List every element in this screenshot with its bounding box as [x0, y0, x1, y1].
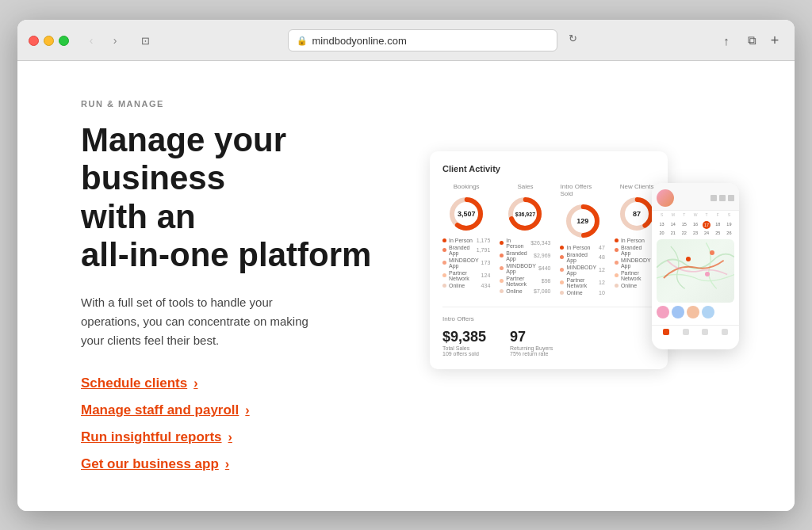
- mobile-nav-item[interactable]: [683, 329, 689, 335]
- calendar-grid: 13 14 15 16 17 18 19 20 21 22 23 24 25 2…: [652, 218, 739, 239]
- staff-avatar: [672, 306, 684, 318]
- legend-item: MINDBODY App173: [442, 257, 490, 269]
- staff-avatar: [657, 306, 669, 318]
- mobile-nav-item[interactable]: [702, 329, 708, 335]
- mobile-nav-item[interactable]: [722, 329, 728, 335]
- total-sales-metric: $9,385 Total Sales 109 offers sold: [442, 329, 486, 357]
- bookings-donut: 3,507: [446, 193, 487, 234]
- maximize-button[interactable]: [59, 36, 69, 46]
- links-list: Schedule clients › Manage staff and payr…: [81, 376, 382, 472]
- returning-buyers-label: Returning Buyers: [510, 345, 553, 351]
- reload-button[interactable]: ↻: [562, 29, 584, 47]
- browser-window: ‹ › ⊡ 🔒 mindbodyonline.com ↻ ↑ ⧉ + RUN &…: [17, 20, 795, 511]
- mobile-icon: [719, 195, 726, 201]
- dashboard-title: Client Activity: [442, 164, 655, 173]
- intro-offers-donut: 129: [562, 200, 603, 242]
- calendar-header: S M T W T F S: [652, 211, 739, 218]
- intro-offers-title: Intro Offers: [442, 315, 655, 322]
- tab-icon[interactable]: ⊡: [134, 32, 156, 49]
- schedule-clients-arrow: ›: [193, 376, 197, 391]
- map-pin: [705, 272, 710, 276]
- active-calendar-day[interactable]: 17: [703, 221, 710, 229]
- back-button[interactable]: ‹: [80, 32, 102, 49]
- intro-offers-value: 129: [576, 217, 588, 225]
- browser-chrome: ‹ › ⊡ 🔒 mindbodyonline.com ↻ ↑ ⧉ +: [17, 20, 795, 61]
- legend-item: Partner Network124: [442, 270, 490, 281]
- total-sales-value: $9,385: [442, 329, 486, 345]
- map-pin: [710, 250, 714, 255]
- business-app-label: Get our business app: [81, 456, 219, 472]
- map-area: [657, 239, 734, 303]
- sales-label: Sales: [517, 183, 533, 190]
- dashboard-card: Client Activity Bookings 3,507: [430, 151, 668, 369]
- page-content: RUN & MANAGE Manage your business with a…: [17, 61, 795, 511]
- share-button[interactable]: ↑: [715, 32, 737, 49]
- mobile-avatar: [657, 189, 674, 207]
- intro-offers-label: Intro Offers Sold: [560, 183, 604, 197]
- legend-item: MINDBODY App12: [560, 265, 604, 276]
- bookings-label: Bookings: [454, 183, 480, 190]
- staff-avatar: [687, 306, 699, 318]
- forward-button[interactable]: ›: [104, 32, 126, 49]
- business-app-link[interactable]: Get our business app ›: [81, 456, 382, 472]
- mobile-nav: [652, 325, 739, 338]
- legend-item: Partner Network$98: [500, 276, 550, 287]
- mobile-icon: [728, 195, 734, 201]
- legend-item: In Person$26,343: [500, 238, 550, 249]
- metrics-row: Bookings 3,507: [442, 183, 655, 296]
- nav-buttons: ‹ ›: [80, 32, 126, 49]
- legend-item: Online$7,080: [500, 288, 550, 294]
- schedule-clients-link[interactable]: Schedule clients ›: [81, 376, 382, 391]
- description-text: With a full set of tools to handle your …: [81, 293, 335, 350]
- address-bar[interactable]: 🔒 mindbodyonline.com: [288, 29, 557, 51]
- run-reports-link[interactable]: Run insightful reports ›: [81, 429, 382, 445]
- bookings-metric: Bookings 3,507: [442, 183, 490, 296]
- bookings-legend: In Person1,175 Branded App1,791 MINDBODY…: [442, 238, 490, 288]
- eyebrow-label: RUN & MANAGE: [81, 99, 382, 109]
- total-sales-sub: 109 offers sold: [442, 351, 486, 357]
- sales-donut: $36,927: [504, 193, 546, 234]
- url-text: mindbodyonline.com: [312, 35, 407, 47]
- intro-offers-metric: Intro Offers Sold 129: [560, 183, 604, 296]
- returning-buyers-metric: 97 Returning Buyers 75% return rate: [510, 329, 553, 357]
- legend-item: Online434: [442, 283, 490, 288]
- sales-value: $36,927: [515, 211, 535, 216]
- close-button[interactable]: [29, 36, 39, 46]
- legend-item: Partner Network12: [560, 277, 604, 288]
- content-wrapper: RUN & MANAGE Manage your business with a…: [17, 61, 795, 511]
- new-clients-value: 87: [633, 210, 641, 218]
- legend-item: Branded App48: [560, 252, 604, 263]
- returning-buyers-value: 97: [510, 329, 553, 345]
- left-panel: RUN & MANAGE Manage your business with a…: [81, 99, 382, 472]
- schedule-clients-label: Schedule clients: [81, 376, 187, 391]
- heading-line3: all-in-one platform: [81, 236, 371, 273]
- sales-metric: Sales $36,927: [500, 183, 550, 296]
- mobile-card: S M T W T F S 13 14 15 16 17 18: [652, 183, 739, 349]
- avatars-row: [652, 303, 739, 322]
- intro-offers-section: Intro Offers $9,385 Total Sales 109 offe…: [442, 307, 655, 357]
- mobile-nav-item[interactable]: [663, 329, 669, 335]
- toolbar-right: ↑ ⧉ +: [715, 32, 783, 49]
- run-reports-arrow: ›: [228, 430, 232, 444]
- intro-metrics: $9,385 Total Sales 109 offers sold 97 Re…: [442, 329, 655, 357]
- intro-offers-legend: In Person47 Branded App48 MINDBODY App12: [560, 245, 604, 296]
- manage-staff-link[interactable]: Manage staff and payroll ›: [81, 402, 382, 418]
- legend-item: MINDBODY App$440: [500, 263, 550, 274]
- lock-icon: 🔒: [297, 36, 308, 46]
- main-heading: Manage your business with an all-in-one …: [81, 121, 382, 274]
- right-panel: Client Activity Bookings 3,507: [430, 151, 731, 421]
- manage-staff-label: Manage staff and payroll: [81, 402, 239, 418]
- traffic-lights: [29, 36, 69, 46]
- legend-item: Online10: [560, 290, 604, 296]
- total-sales-label: Total Sales: [442, 345, 486, 351]
- minimize-button[interactable]: [44, 36, 54, 46]
- duplicate-button[interactable]: ⧉: [741, 32, 763, 49]
- legend-item: Branded App1,791: [442, 245, 490, 256]
- run-reports-label: Run insightful reports: [81, 429, 222, 445]
- legend-item: Branded App$2,969: [500, 250, 550, 261]
- new-tab-button[interactable]: +: [766, 32, 783, 49]
- address-bar-wrap: 🔒 mindbodyonline.com ↻: [164, 29, 707, 51]
- legend-item: In Person1,175: [442, 238, 490, 243]
- mobile-icons-row: [710, 195, 734, 201]
- business-app-arrow: ›: [225, 457, 229, 471]
